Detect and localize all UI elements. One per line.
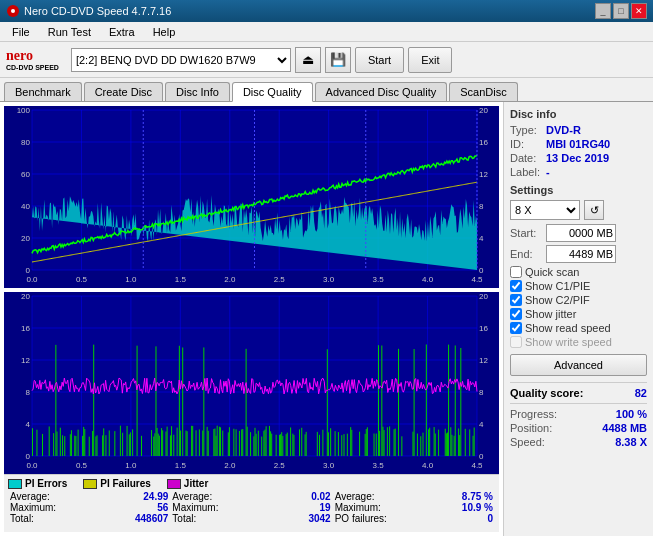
start-mb-input[interactable]	[546, 224, 616, 242]
jitter-stats: Average: 8.75 % Maximum: 10.9 % PO failu…	[333, 491, 495, 524]
speed-label: Speed:	[510, 436, 545, 448]
window-controls: _ □ ✕	[595, 3, 647, 19]
pi-failures-avg-label: Average:	[172, 491, 212, 502]
pi-failures-total-value: 3042	[308, 513, 330, 524]
chart1-canvas	[4, 106, 499, 288]
po-failures-label: PO failures:	[335, 513, 387, 524]
pi-failures-avg-value: 0.02	[311, 491, 330, 502]
menu-run-test[interactable]: Run Test	[40, 24, 99, 40]
end-mb-label: End:	[510, 248, 546, 260]
speed-row: Speed: 8.38 X	[510, 436, 647, 448]
show-read-speed-checkbox[interactable]	[510, 322, 522, 334]
show-c1-pie-label: Show C1/PIE	[525, 280, 590, 292]
show-read-speed-label: Show read speed	[525, 322, 611, 334]
pi-failures-legend: PI Failures	[83, 478, 151, 489]
disc-type-label: Type:	[510, 124, 542, 136]
app-title: Nero CD-DVD Speed 4.7.7.16	[24, 5, 595, 17]
disc-date-value: 13 Dec 2019	[546, 152, 609, 164]
disc-id-value: MBI 01RG40	[546, 138, 610, 150]
minimize-button[interactable]: _	[595, 3, 611, 19]
disc-type-row: Type: DVD-R	[510, 124, 647, 136]
disc-label-row: Label: -	[510, 166, 647, 178]
quality-score-value: 82	[635, 387, 647, 399]
show-jitter-checkbox[interactable]	[510, 308, 522, 320]
device-select[interactable]: [2:2] BENQ DVD DD DW1620 B7W9	[71, 48, 291, 72]
jitter-avg-label: Average:	[335, 491, 375, 502]
app-icon	[6, 4, 20, 18]
show-c2-pif-checkbox[interactable]	[510, 294, 522, 306]
po-failures-value: 0	[487, 513, 493, 524]
start-mb-label: Start:	[510, 227, 546, 239]
nero-text: nero	[6, 48, 59, 64]
title-bar: Nero CD-DVD Speed 4.7.7.16 _ □ ✕	[0, 0, 653, 22]
toolbar: nero CD-DVD SPEED [2:2] BENQ DVD DD DW16…	[0, 42, 653, 78]
show-jitter-label: Show jitter	[525, 308, 576, 320]
pi-failures-max-value: 19	[320, 502, 331, 513]
legend-area: PI Errors PI Failures Jitter Average: 24…	[4, 474, 499, 532]
settings-section: Settings 8 X ↺ Start: End: Quick scan	[510, 184, 647, 376]
nero-logo: nero CD-DVD SPEED	[6, 48, 59, 71]
settings-title: Settings	[510, 184, 647, 196]
right-panel: Disc info Type: DVD-R ID: MBI 01RG40 Dat…	[503, 102, 653, 536]
position-value: 4488 MB	[602, 422, 647, 434]
disc-id-row: ID: MBI 01RG40	[510, 138, 647, 150]
pi-errors-avg-label: Average:	[10, 491, 50, 502]
quick-scan-checkbox[interactable]	[510, 266, 522, 278]
pi-failures-label: PI Failures	[100, 478, 151, 489]
show-write-speed-label: Show write speed	[525, 336, 612, 348]
close-button[interactable]: ✕	[631, 3, 647, 19]
pi-errors-color	[8, 479, 22, 489]
tab-scan-disc[interactable]: ScanDisc	[449, 82, 517, 101]
start-button[interactable]: Start	[355, 47, 404, 73]
disc-icon-button[interactable]: ⏏	[295, 47, 321, 73]
speed-select[interactable]: 8 X	[510, 200, 580, 220]
pi-failures-color	[83, 479, 97, 489]
tab-benchmark[interactable]: Benchmark	[4, 82, 82, 101]
speed-row: 8 X ↺	[510, 200, 647, 220]
tab-advanced-disc-quality[interactable]: Advanced Disc Quality	[315, 82, 448, 101]
menu-help[interactable]: Help	[145, 24, 184, 40]
show-c2-pif-row: Show C2/PIF	[510, 294, 647, 306]
menu-file[interactable]: File	[4, 24, 38, 40]
show-write-speed-row: Show write speed	[510, 336, 647, 348]
show-c1-pie-checkbox[interactable]	[510, 280, 522, 292]
pi-failures-total-label: Total:	[172, 513, 196, 524]
disc-label-value: -	[546, 166, 550, 178]
jitter-max-label: Maximum:	[335, 502, 381, 513]
tab-disc-info[interactable]: Disc Info	[165, 82, 230, 101]
pi-errors-stats: Average: 24.99 Maximum: 56 Total: 448607	[8, 491, 170, 524]
disc-label-label: Label:	[510, 166, 542, 178]
progress-row: Progress: 100 %	[510, 408, 647, 420]
end-mb-input[interactable]	[546, 245, 616, 263]
save-button[interactable]: 💾	[325, 47, 351, 73]
position-label: Position:	[510, 422, 552, 434]
disc-date-row: Date: 13 Dec 2019	[510, 152, 647, 164]
speed-value: 8.38 X	[615, 436, 647, 448]
quality-row: Quality score: 82	[510, 387, 647, 399]
show-write-speed-checkbox	[510, 336, 522, 348]
jitter-legend: Jitter	[167, 478, 208, 489]
pi-errors-avg-value: 24.99	[143, 491, 168, 502]
advanced-button[interactable]: Advanced	[510, 354, 647, 376]
jitter-label: Jitter	[184, 478, 208, 489]
menu-extra[interactable]: Extra	[101, 24, 143, 40]
show-read-speed-row: Show read speed	[510, 322, 647, 334]
svg-point-1	[11, 9, 15, 13]
refresh-button[interactable]: ↺	[584, 200, 604, 220]
jitter-max-value: 10.9 %	[462, 502, 493, 513]
pi-errors-max-label: Maximum:	[10, 502, 56, 513]
quality-score-label: Quality score:	[510, 387, 583, 399]
quick-scan-row: Quick scan	[510, 266, 647, 278]
disc-type-value: DVD-R	[546, 124, 581, 136]
start-mb-row: Start:	[510, 224, 647, 242]
exit-button[interactable]: Exit	[408, 47, 452, 73]
pi-errors-max-value: 56	[157, 502, 168, 513]
pi-errors-total-label: Total:	[10, 513, 34, 524]
chart-area: PI Errors PI Failures Jitter Average: 24…	[0, 102, 503, 536]
pi-failures-stats: Average: 0.02 Maximum: 19 Total: 3042	[170, 491, 332, 524]
maximize-button[interactable]: □	[613, 3, 629, 19]
tab-create-disc[interactable]: Create Disc	[84, 82, 163, 101]
tab-disc-quality[interactable]: Disc Quality	[232, 82, 313, 102]
main-content: PI Errors PI Failures Jitter Average: 24…	[0, 102, 653, 536]
position-row: Position: 4488 MB	[510, 422, 647, 434]
